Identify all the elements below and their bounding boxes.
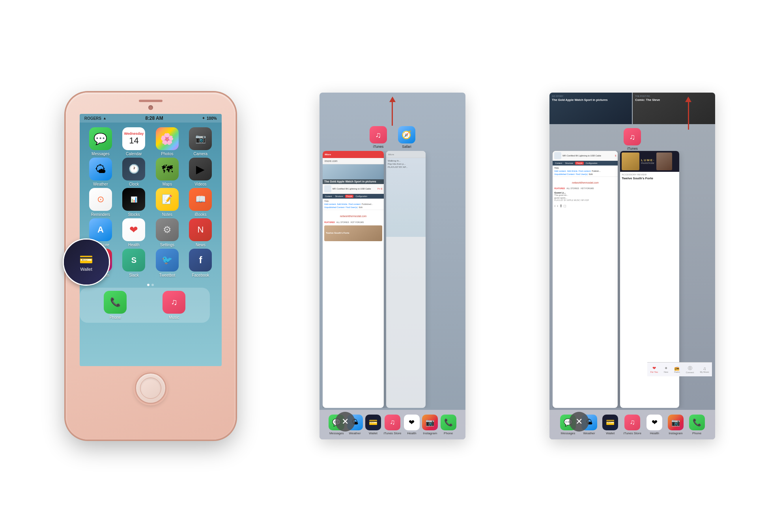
nav-share[interactable]: ⬆ xyxy=(559,204,562,208)
app-icon-maps[interactable]: 🗺 Maps xyxy=(153,158,182,186)
wifi-icon: ▲ xyxy=(103,116,106,120)
page-dot xyxy=(151,284,154,286)
calendar-label: Calendar xyxy=(126,152,142,156)
health-icon-img: ❤ xyxy=(122,218,145,241)
mt2-dock-wallet[interactable]: 💳 Wallet xyxy=(602,415,618,435)
app-icon-stocks[interactable]: 📊 Stocks xyxy=(119,188,149,217)
app-icon-news[interactable]: N News xyxy=(186,218,215,247)
nav-back[interactable]: ‹ xyxy=(554,204,555,208)
app-icon-facebook[interactable]: f Facebook xyxy=(186,249,215,277)
mt-dock-instagram[interactable]: 📷 Instagram xyxy=(422,415,438,435)
status-left: ROGERS ▲ xyxy=(84,116,106,121)
mt-dock-wallet[interactable]: 💳 Wallet xyxy=(365,415,381,435)
safari-card[interactable]: iMore Walking th...Pop hits from p...PLA… xyxy=(386,151,426,408)
music-bottom-nav: ❤ For You ✦ New 📻 Radio ⓪ Connect ♫ M xyxy=(647,362,679,376)
maps-icon-img: 🗺 xyxy=(156,158,179,180)
clock-icon-img: 🕐 xyxy=(122,158,145,180)
app-icon-calendar[interactable]: Wednesday 14 Calendar xyxy=(119,127,149,156)
bluetooth-icon: ✦ xyxy=(202,116,205,120)
imore-cms-tabs: Content Structure People Configuration xyxy=(323,194,384,199)
maps-label: Maps xyxy=(163,182,172,186)
nav-bookmark[interactable]: □ xyxy=(564,204,566,208)
facebook-label: Facebook xyxy=(192,273,209,277)
cms-add-article: Add Article xyxy=(337,203,347,205)
music-nav-foryou[interactable]: ❤ For You xyxy=(650,366,658,373)
mt2-dock-instagram-icon: 📷 xyxy=(668,415,684,430)
mt2-cms-actions2: Unpublished Content Find User(s) Edit xyxy=(554,173,616,175)
close-x-button-2[interactable]: ✕ xyxy=(569,412,589,432)
app-icon-messages[interactable]: 💬 Messages xyxy=(86,127,116,156)
lume-subtitle: PHANTASM xyxy=(641,162,655,164)
app-icon-settings[interactable]: ⚙ Settings xyxy=(153,218,182,247)
mt-dock-health-label: Health xyxy=(407,432,416,435)
battery-label: 100% xyxy=(207,116,217,121)
radio-icon: 📻 xyxy=(674,366,679,371)
app-icon-camera[interactable]: 📷 Camera xyxy=(186,127,215,156)
photos-icon-img: 🌸 xyxy=(156,127,179,150)
status-right: ✦ 100% xyxy=(202,116,217,121)
mt2-guest-credit: PLAYLIST BY APPLE MUSIC HIP-HOP xyxy=(554,199,616,201)
dock-phone[interactable]: 📞 Phone xyxy=(104,291,127,320)
mt-dock-health[interactable]: ❤ Health xyxy=(404,415,420,435)
app-icon-ibooks[interactable]: 📖 iBooks xyxy=(186,188,215,217)
facebook-icon-img: f xyxy=(189,249,212,272)
mt-dock-itunes[interactable]: ♫ iTunes Store xyxy=(383,415,401,435)
time-display: 8:28 AM xyxy=(145,115,163,121)
music-nav-new[interactable]: ✦ New xyxy=(664,366,668,373)
dock-music[interactable]: ♫ Music xyxy=(163,291,185,320)
photos-label: Photos xyxy=(161,152,173,156)
appstore-icon-img: A xyxy=(89,218,112,241)
lume-brand: LUME· xyxy=(641,158,655,162)
mt-app-itunes[interactable]: ♫ iTunes xyxy=(370,126,387,149)
safari-icon: 🧭 xyxy=(398,126,415,143)
close-x-button-1[interactable]: ✕ xyxy=(335,412,355,432)
music-nav-radio[interactable]: 📻 Radio xyxy=(674,366,679,373)
mt-app-safari[interactable]: 🧭 Safari xyxy=(398,126,415,149)
mt2-dock-health[interactable]: ❤ Health xyxy=(646,415,662,435)
banner1-title: The Gold Apple Watch Sport in pictures xyxy=(552,98,630,102)
mt2-dock-messages-label: Messages xyxy=(561,432,575,435)
imore-card[interactable]: iMore imore.com The Gold Apple Watch Spo… xyxy=(323,151,384,408)
app-icon-photos[interactable]: 🌸 Photos xyxy=(153,127,182,156)
imore-card-2[interactable]: LUME· PHANTASM ACCESSORY REVIEW Twelve S… xyxy=(620,151,679,408)
lume-section: LUME· PHANTASM xyxy=(620,151,679,172)
calendar-icon-img: Wednesday 14 xyxy=(122,127,145,150)
health-label: Health xyxy=(128,243,140,247)
mt2-tag-featured: FEATURED xyxy=(554,187,565,190)
lume-text-area: LUME· PHANTASM xyxy=(640,153,656,170)
app-icon-notes[interactable]: 📝 Notes xyxy=(153,188,182,217)
mt2-dock-itunes-icon: ♫ xyxy=(624,415,640,430)
app-icon-reminders[interactable]: ⊙ Reminders xyxy=(86,188,116,217)
mt2-app-itunes[interactable]: ♫ iTunes xyxy=(624,128,641,151)
app-icon-clock[interactable]: 🕐 Clock xyxy=(119,158,149,186)
mt2-dock-itunes[interactable]: ♫ iTunes Store xyxy=(624,415,641,435)
mt2-unpublished: Unpublished Content xyxy=(554,173,574,175)
mt2-cms-people: People xyxy=(575,162,584,165)
mt2-dock-phone[interactable]: 📞 Phone xyxy=(689,415,705,435)
mt2-dock-weather-label: Weather xyxy=(583,432,595,435)
mt2-dock-instagram[interactable]: 📷 Instagram xyxy=(668,415,684,435)
music-label: Music xyxy=(169,315,179,320)
lume-img-1 xyxy=(622,153,639,170)
app-icon-slack[interactable]: S Slack xyxy=(119,249,149,277)
imore-price: Pri $ xyxy=(377,188,382,190)
new-icon: ✦ xyxy=(664,366,668,371)
nav-forward[interactable]: › xyxy=(557,204,558,208)
wallet-circle-content: 💳 Wallet xyxy=(64,240,109,285)
app-icon-tweetbot[interactable]: 🐦 Tweetbot xyxy=(153,249,182,277)
app-icon-videos[interactable]: ▶ Videos xyxy=(186,158,215,186)
banner2-title: Comic: The Steve xyxy=(635,98,713,102)
tag-hot-forums: HOT FORUMS xyxy=(351,221,364,223)
mt2-dock-health-icon: ❤ xyxy=(646,415,662,430)
mt-dock-phone[interactable]: 📞 Phone xyxy=(441,415,456,435)
iphone-home-button[interactable] xyxy=(135,372,166,404)
mt-dock-itunes-icon: ♫ xyxy=(385,415,400,430)
music-app-card[interactable]: MFi Certified 6ft Lightning to USB Cable… xyxy=(553,151,618,408)
app-icon-health[interactable]: ❤ Health xyxy=(119,218,149,247)
phone-label: Phone xyxy=(110,315,121,320)
arrow-shaft-2 xyxy=(688,102,689,130)
app-icon-weather[interactable]: 🌤 Weather xyxy=(86,158,116,186)
cms-find-content: Find content xyxy=(349,203,361,205)
mt2-dock-wallet-icon: 💳 xyxy=(602,415,618,430)
mt2-product-row: MFi Certified 6ft Lightning to USB Cable… xyxy=(553,151,618,161)
